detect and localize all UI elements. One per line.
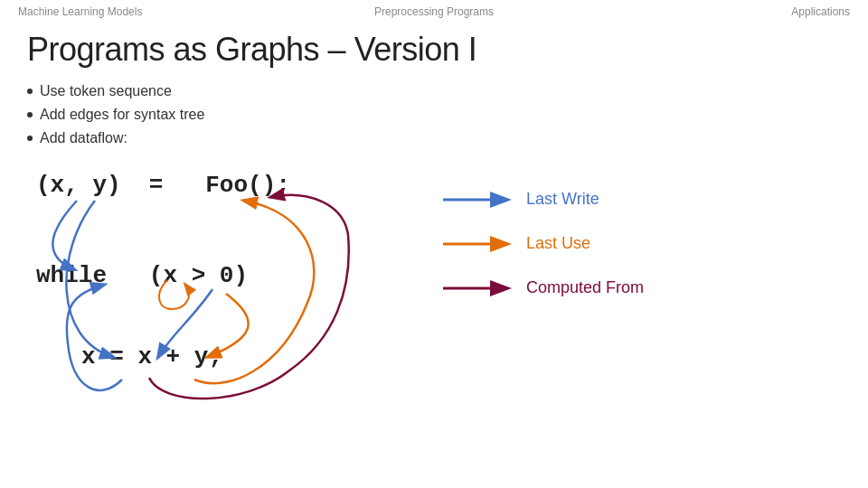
computed-from-label: Computed From — [526, 278, 644, 297]
top-nav: Machine Learning Models Preprocessing Pr… — [0, 0, 868, 23]
last-write-label: Last Write — [526, 190, 599, 209]
bullet-dot — [27, 112, 33, 117]
nav-right: Applications — [791, 5, 850, 18]
legend-item-last-use: Last Use — [443, 234, 644, 253]
bullet-item-1: Use token sequence — [27, 83, 841, 99]
bullet-list: Use token sequence Add edges for syntax … — [0, 83, 868, 146]
last-use-label: Last Use — [526, 234, 590, 253]
bullet-dot — [27, 136, 33, 141]
diagram-arrows — [27, 163, 407, 425]
computed-from-arrow-icon — [443, 279, 515, 297]
nav-left: Machine Learning Models — [18, 5, 142, 18]
legend-area: Last Write Last Use — [443, 163, 644, 297]
bullet-item-3: Add dataflow: — [27, 130, 841, 146]
code-diagram: (x, y) = Foo(); while (x > 0) x = x + y; — [27, 163, 407, 425]
last-use-arrow-icon — [443, 235, 515, 253]
page-title: Programs as Graphs – Version I — [0, 23, 868, 83]
nav-center: Preprocessing Programs — [374, 5, 494, 18]
content-area: (x, y) = Foo(); while (x > 0) x = x + y; — [0, 154, 868, 434]
last-write-arrow-icon — [443, 191, 515, 209]
legend-item-last-write: Last Write — [443, 190, 644, 209]
bullet-item-2: Add edges for syntax tree — [27, 107, 841, 123]
bullet-dot — [27, 89, 33, 94]
legend-item-computed-from: Computed From — [443, 278, 644, 297]
